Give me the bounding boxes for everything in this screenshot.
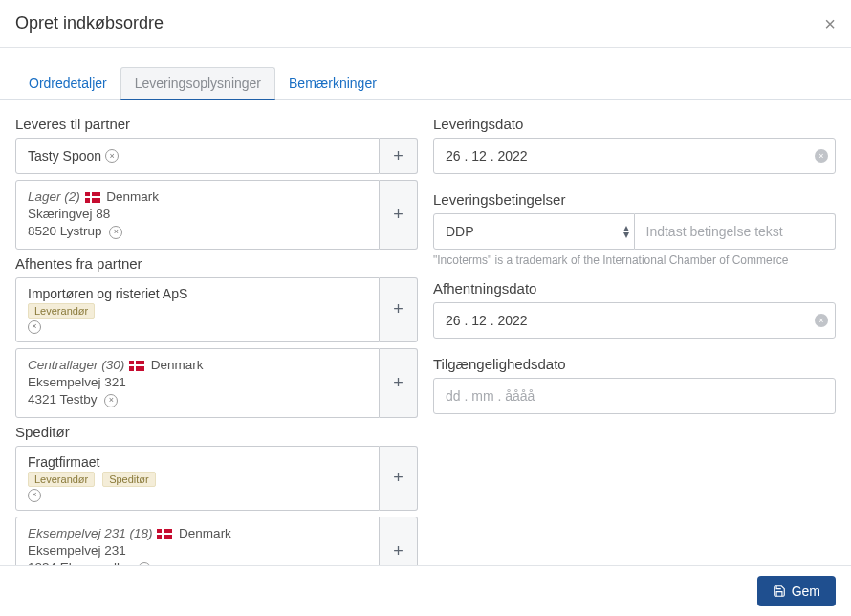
pickup-date-wrap: × xyxy=(433,302,836,339)
modal-header: Opret indkøbsordre × xyxy=(0,0,851,48)
pickup-from-remove-icon[interactable]: × xyxy=(28,320,41,334)
deliver-to-addr-add-button[interactable]: + xyxy=(380,180,418,250)
pickup-from-country: Denmark xyxy=(151,358,204,372)
deliver-to-label: Leveres til partner xyxy=(15,116,418,132)
delivery-date-input[interactable] xyxy=(433,138,836,174)
availability-date-input[interactable] xyxy=(433,378,836,414)
pickup-from-address-box[interactable]: Centrallager (30) Denmark Eksempelvej 32… xyxy=(15,348,380,418)
tab-remarks[interactable]: Bemærkninger xyxy=(275,67,390,99)
content: Leveres til partner Tasty Spoon × + Lage… xyxy=(0,100,851,607)
pickup-from-add-button[interactable]: + xyxy=(380,277,418,342)
pickup-from-addr-add-button[interactable]: + xyxy=(380,348,418,418)
delivery-terms-row: DDP ▴▾ xyxy=(433,213,836,250)
pickup-from-tag-supplier: Leverandør xyxy=(28,303,95,319)
right-column: Leveringsdato × Leveringsbetingelser DDP… xyxy=(433,110,836,592)
pickup-date-clear-icon[interactable]: × xyxy=(815,314,828,327)
availability-date-label: Tilgængelighedsdato xyxy=(433,356,836,372)
deliver-to-remove-icon[interactable]: × xyxy=(105,149,119,163)
pickup-from-addr-remove-icon[interactable]: × xyxy=(104,394,118,407)
deliver-to-name: Tasty Spoon xyxy=(28,148,101,164)
deliver-to-location: Lager (2) xyxy=(28,189,80,204)
carrier-label: Speditør xyxy=(15,424,418,440)
close-button[interactable]: × xyxy=(824,14,836,33)
modal-title: Opret indkøbsordre xyxy=(15,13,164,33)
delivery-date-label: Leveringsdato xyxy=(433,116,836,132)
save-icon xyxy=(773,584,786,598)
deliver-to-address-box[interactable]: Lager (2) Denmark Skæringvej 88 8520 Lys… xyxy=(15,180,380,250)
delivery-terms-select-wrap: DDP ▴▾ xyxy=(433,213,635,250)
deliver-to-addr-remove-icon[interactable]: × xyxy=(109,226,122,239)
deliver-to-partner-row: Tasty Spoon × + xyxy=(15,138,418,174)
availability-date-wrap xyxy=(433,378,836,414)
delivery-date-wrap: × xyxy=(433,138,836,174)
carrier-add-button[interactable]: + xyxy=(380,446,418,511)
delivery-terms-helper: "Incoterms" is a trademark of the Intern… xyxy=(433,253,836,267)
carrier-addr1: Eksempelvej 231 xyxy=(28,542,367,560)
tabs: Ordredetaljer Leveringsoplysninger Bemær… xyxy=(0,67,851,100)
delivery-terms-text-input[interactable] xyxy=(635,213,837,250)
deliver-to-addr2: 8520 Lystrup xyxy=(28,224,102,238)
carrier-country: Denmark xyxy=(179,526,231,540)
denmark-flag-icon xyxy=(85,192,100,203)
pickup-date-input[interactable] xyxy=(433,302,836,339)
delivery-terms-select[interactable]: DDP xyxy=(433,213,635,250)
carrier-tag-supplier: Leverandør xyxy=(28,472,95,487)
carrier-partner-row: Fragtfirmaet Leverandør Speditør × + xyxy=(15,446,418,511)
save-button-label: Gem xyxy=(792,583,820,599)
delivery-date-clear-icon[interactable]: × xyxy=(815,149,828,163)
pickup-date-label: Afhentningsdato xyxy=(433,280,836,297)
deliver-to-address-row: Lager (2) Denmark Skæringvej 88 8520 Lys… xyxy=(15,180,418,250)
pickup-from-label: Afhentes fra partner xyxy=(15,255,418,272)
pickup-from-partner-box[interactable]: Importøren og risteriet ApS Leverandør × xyxy=(15,277,380,342)
pickup-from-name: Importøren og risteriet ApS xyxy=(28,286,367,301)
deliver-to-add-button[interactable]: + xyxy=(380,138,418,174)
left-column: Leveres til partner Tasty Spoon × + Lage… xyxy=(15,110,418,592)
save-button[interactable]: Gem xyxy=(757,576,836,606)
delivery-terms-label: Leveringsbetingelser xyxy=(433,191,836,208)
pickup-from-address-row: Centrallager (30) Denmark Eksempelvej 32… xyxy=(15,348,418,418)
modal-footer: Gem xyxy=(0,565,851,616)
deliver-to-country: Denmark xyxy=(106,189,159,204)
carrier-partner-box[interactable]: Fragtfirmaet Leverandør Speditør × xyxy=(15,446,380,511)
pickup-from-addr1: Eksempelvej 321 xyxy=(28,374,367,391)
pickup-from-location: Centrallager (30) xyxy=(28,358,124,372)
carrier-remove-icon[interactable]: × xyxy=(28,489,41,502)
tab-order-details[interactable]: Ordredetaljer xyxy=(15,67,120,99)
denmark-flag-icon xyxy=(157,529,172,539)
carrier-location: Eksempelvej 231 (18) xyxy=(28,526,153,540)
deliver-to-partner-box[interactable]: Tasty Spoon × xyxy=(15,138,380,174)
pickup-from-partner-row: Importøren og risteriet ApS Leverandør ×… xyxy=(15,277,418,342)
carrier-name: Fragtfirmaet xyxy=(28,454,367,470)
deliver-to-addr1: Skæringvej 88 xyxy=(28,206,367,223)
pickup-from-addr2: 4321 Testby xyxy=(28,392,98,407)
denmark-flag-icon xyxy=(129,361,144,371)
tab-delivery-info[interactable]: Leveringsoplysninger xyxy=(120,67,275,100)
carrier-tag-carrier: Speditør xyxy=(102,472,156,487)
